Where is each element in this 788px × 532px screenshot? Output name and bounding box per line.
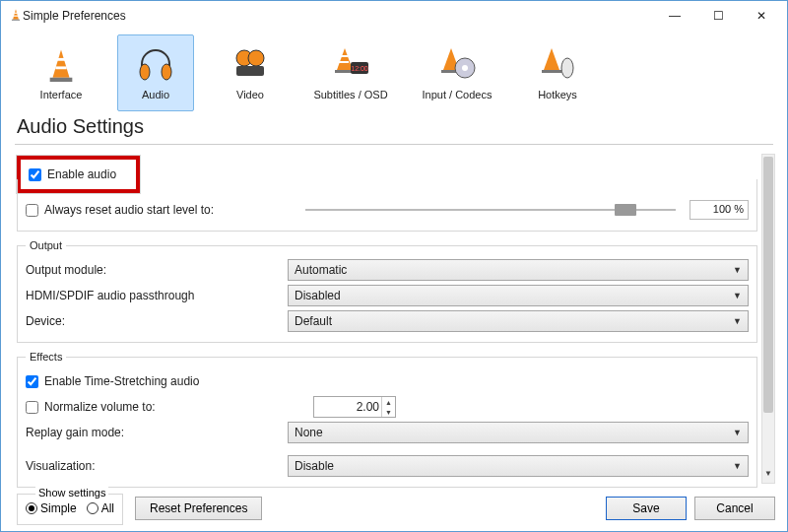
svg-rect-3 xyxy=(12,19,20,20)
normalize-value: 2.00 xyxy=(357,400,379,414)
svg-point-11 xyxy=(248,50,264,66)
tab-subtitles-osd[interactable]: 12:00 Subtitles / OSD xyxy=(306,34,395,111)
normalize-checkbox[interactable]: Normalize volume to: xyxy=(26,400,282,414)
effects-group: Effects Enable Time-Stretching audio Nor… xyxy=(17,351,757,488)
device-combo[interactable]: Default ▼ xyxy=(288,310,749,332)
normalize-label: Normalize volume to: xyxy=(44,400,156,414)
window-close-button[interactable]: ✕ xyxy=(740,1,783,31)
tab-video[interactable]: Video xyxy=(212,34,289,111)
svg-marker-4 xyxy=(53,49,70,77)
svg-rect-7 xyxy=(50,78,73,82)
cancel-button[interactable]: Cancel xyxy=(694,497,775,520)
spin-up-icon[interactable]: ▲ xyxy=(382,397,395,407)
replay-gain-value: None xyxy=(295,426,323,439)
scrollbar-thumb[interactable] xyxy=(763,157,773,413)
output-module-combo[interactable]: Automatic ▼ xyxy=(288,259,749,281)
timestretch-checkbox[interactable]: Enable Time-Stretching audio xyxy=(26,374,199,388)
svg-rect-24 xyxy=(542,70,561,73)
show-settings-legend: Show settings xyxy=(35,487,108,499)
tab-interface[interactable]: Interface xyxy=(23,34,99,111)
replay-gain-combo[interactable]: None ▼ xyxy=(288,422,749,443)
tab-label: Video xyxy=(236,89,264,100)
svg-rect-1 xyxy=(14,12,18,13)
svg-point-25 xyxy=(561,58,573,78)
cancel-label: Cancel xyxy=(716,501,753,515)
svg-rect-15 xyxy=(339,61,349,63)
settings-body: Enable audio Always reset audio start le… xyxy=(13,154,761,490)
output-module-label: Output module: xyxy=(26,263,282,277)
svg-rect-6 xyxy=(55,66,66,69)
svg-text:12:00: 12:00 xyxy=(351,65,368,72)
radio-dot-icon xyxy=(87,502,98,514)
chevron-down-icon: ▼ xyxy=(733,291,742,300)
footer-bar: Show settings Simple All Reset Preferenc… xyxy=(13,492,775,525)
reset-label: Reset Preferences xyxy=(150,501,247,515)
show-settings-simple-radio[interactable]: Simple xyxy=(26,501,77,515)
always-reset-input[interactable] xyxy=(26,204,38,217)
volume-percent-field[interactable]: 100 % xyxy=(690,200,749,220)
show-settings-group: Show settings Simple All xyxy=(17,494,123,525)
hdmi-value: Disabled xyxy=(295,289,341,302)
window-minimize-button[interactable]: — xyxy=(653,1,696,31)
timestretch-label: Enable Time-Stretching audio xyxy=(44,374,199,388)
hdmi-combo[interactable]: Disabled ▼ xyxy=(288,285,749,306)
vlc-cone-icon xyxy=(9,8,23,25)
film-reel-icon xyxy=(230,45,270,85)
visualization-label: Visualization: xyxy=(26,459,282,473)
tab-label: Subtitles / OSD xyxy=(313,89,387,100)
window-titlebar: Simple Preferences — ☐ ✕ xyxy=(1,1,787,31)
visualization-value: Disable xyxy=(295,459,334,473)
device-label: Device: xyxy=(26,314,282,328)
svg-marker-0 xyxy=(13,9,19,20)
chevron-down-icon: ▼ xyxy=(733,461,742,471)
svg-rect-12 xyxy=(236,66,264,76)
svg-rect-2 xyxy=(14,15,19,16)
scroll-down-icon[interactable]: ▼ xyxy=(762,469,774,483)
chevron-down-icon: ▼ xyxy=(733,428,742,437)
tab-input-codecs[interactable]: Input / Codecs xyxy=(413,34,501,111)
tab-label: Input / Codecs xyxy=(423,89,492,100)
output-group: Output Output module: Automatic ▼ HDMI/S… xyxy=(17,239,757,343)
effects-legend: Effects xyxy=(26,351,66,363)
visualization-combo[interactable]: Disable ▼ xyxy=(288,455,749,477)
cone-clock-icon: 12:00 xyxy=(331,45,370,85)
svg-point-9 xyxy=(162,64,171,80)
device-value: Default xyxy=(295,314,332,328)
replay-gain-label: Replay gain mode: xyxy=(26,426,282,439)
tabs-row: Interface Audio Video 12:00 Subtitles / … xyxy=(1,31,787,115)
output-legend: Output xyxy=(26,239,66,251)
tab-hotkeys[interactable]: Hotkeys xyxy=(519,34,596,111)
simple-label: Simple xyxy=(40,501,77,515)
chevron-down-icon: ▼ xyxy=(733,316,742,326)
spin-down-icon[interactable]: ▼ xyxy=(382,407,395,417)
radio-dot-icon xyxy=(26,502,37,514)
svg-rect-5 xyxy=(57,58,66,61)
page-heading: Audio Settings xyxy=(1,115,787,140)
svg-rect-14 xyxy=(340,55,348,57)
tab-label: Audio xyxy=(142,89,169,100)
tab-label: Hotkeys xyxy=(538,89,577,100)
vertical-scrollbar[interactable]: ▲ ▼ xyxy=(761,154,775,484)
save-button[interactable]: Save xyxy=(606,497,687,520)
output-module-value: Automatic xyxy=(295,263,347,277)
tab-audio[interactable]: Audio xyxy=(117,34,194,111)
normalize-value-spinner[interactable]: 2.00 ▲▼ xyxy=(313,396,396,418)
always-reset-label: Always reset audio start level to: xyxy=(44,203,214,217)
cone-icon xyxy=(44,45,78,85)
tab-label: Interface xyxy=(40,89,83,100)
always-reset-checkbox[interactable]: Always reset audio start level to: xyxy=(26,203,292,217)
save-label: Save xyxy=(632,501,659,515)
reset-preferences-button[interactable]: Reset Preferences xyxy=(135,497,262,520)
cone-disc-icon xyxy=(437,45,477,85)
divider xyxy=(15,144,773,145)
chevron-down-icon: ▼ xyxy=(733,265,742,275)
headphones-icon xyxy=(136,45,175,85)
hdmi-label: HDMI/SPDIF audio passthrough xyxy=(26,289,282,302)
normalize-input[interactable] xyxy=(26,401,38,414)
volume-slider[interactable] xyxy=(305,201,676,219)
show-settings-all-radio[interactable]: All xyxy=(87,501,114,515)
cone-mouse-icon xyxy=(538,45,577,85)
window-maximize-button[interactable]: ☐ xyxy=(696,1,740,31)
timestretch-input[interactable] xyxy=(26,375,38,388)
svg-marker-23 xyxy=(544,48,559,70)
